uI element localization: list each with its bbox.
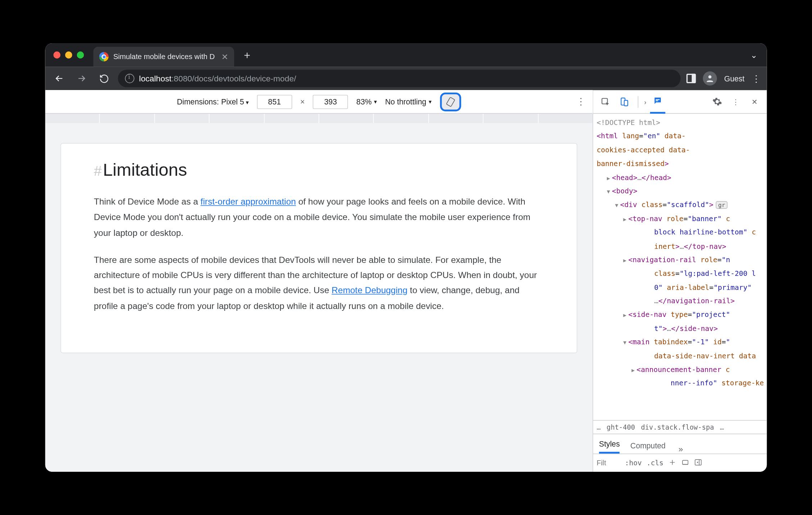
hov-toggle[interactable]: :hov: [625, 459, 642, 467]
reload-button[interactable]: [96, 70, 112, 87]
elements-tree[interactable]: <!DOCTYPE html> <html lang="en" data-coo…: [593, 114, 767, 420]
tabs-overflow-button[interactable]: ⌄: [750, 50, 758, 60]
styles-toolbar: :hov .cls: [593, 454, 767, 472]
toolbar-right: Guest ⋮: [687, 71, 761, 85]
chrome-favicon-icon: [99, 52, 109, 61]
profile-label: Guest: [724, 74, 745, 83]
url-input[interactable]: localhost:8080/docs/devtools/device-mode…: [118, 70, 681, 87]
window-controls: [53, 52, 84, 59]
main-element[interactable]: ▼<main tabindex="-1" id="data-side-nav-i…: [597, 336, 767, 363]
svg-rect-8: [695, 459, 701, 465]
breadcrumb-overflow-right[interactable]: …: [720, 423, 724, 431]
devtools-toolbar: › ⋮ ✕: [593, 90, 767, 113]
scaffold-element[interactable]: ▼<div class="scaffold">gr: [597, 198, 767, 212]
devtools-menu-icon[interactable]: ⋮: [728, 94, 743, 109]
dimensions-x: ×: [300, 97, 304, 106]
styles-filter-input[interactable]: [597, 459, 620, 467]
svg-rect-1: [446, 97, 455, 106]
browser-tab[interactable]: Simulate mobile devices with D ✕: [93, 47, 234, 67]
back-button[interactable]: [51, 70, 68, 87]
paragraph-2: There are some aspects of mobile devices…: [94, 252, 544, 314]
device-toggle-icon[interactable]: [617, 94, 632, 109]
close-tab-button[interactable]: ✕: [221, 52, 229, 61]
device-toolbar: Dimensions: Pixel 5 × 83% No throttling …: [45, 90, 593, 113]
page-heading: #Limitations: [94, 160, 544, 180]
messages-tab-icon[interactable]: [650, 90, 665, 113]
zoom-select[interactable]: 83%: [356, 97, 377, 106]
viewport-column: Dimensions: Pixel 5 × 83% No throttling …: [45, 90, 593, 471]
profile-avatar-icon[interactable]: [703, 71, 717, 85]
browser-menu-button[interactable]: ⋮: [752, 73, 761, 84]
html-element[interactable]: <html lang="en" data-cookies-accepted da…: [597, 130, 767, 171]
height-input[interactable]: [313, 95, 348, 109]
ruler: [45, 114, 593, 123]
panel-overflow-icon[interactable]: ›: [644, 98, 646, 105]
fullscreen-window-button[interactable]: [77, 52, 84, 59]
rotate-button[interactable]: [440, 92, 461, 111]
computed-styles-icon[interactable]: [681, 458, 689, 468]
close-devtools-icon[interactable]: ✕: [747, 94, 762, 109]
paragraph-1: Think of Device Mode as a first-order ap…: [94, 194, 544, 240]
first-order-link[interactable]: first-order approximation: [200, 196, 296, 206]
new-rule-button[interactable]: [668, 458, 676, 468]
device-toolbar-menu[interactable]: ⋮: [576, 96, 586, 107]
svg-rect-5: [655, 99, 659, 100]
site-info-icon[interactable]: [125, 74, 134, 83]
devtools-panel: › ⋮ ✕ <!DOCTYPE html> <html lang="en" da…: [593, 90, 767, 471]
forward-button[interactable]: [73, 70, 90, 87]
svg-rect-6: [655, 100, 658, 101]
page-content: #Limitations Think of Device Mode as a f…: [60, 143, 577, 353]
body-element[interactable]: ▼<body>: [597, 185, 767, 198]
breadcrumb-item[interactable]: ght-400: [606, 423, 635, 431]
throttle-select[interactable]: No throttling: [385, 97, 432, 106]
browser-window: Simulate mobile devices with D ✕ ＋ ⌄ loc…: [45, 43, 767, 472]
svg-point-0: [709, 75, 712, 79]
breadcrumb-bar[interactable]: … ght-400 div.stack.flow-spa …: [593, 420, 767, 434]
minimize-window-button[interactable]: [65, 52, 72, 59]
page-viewport[interactable]: #Limitations Think of Device Mode as a f…: [45, 123, 593, 472]
tab-title: Simulate mobile devices with D: [113, 53, 217, 61]
cls-toggle[interactable]: .cls: [646, 459, 663, 467]
inspect-element-icon[interactable]: [598, 94, 613, 109]
tab-styles[interactable]: Styles: [599, 439, 620, 453]
new-tab-button[interactable]: ＋: [239, 47, 255, 63]
doctype-line: <!DOCTYPE html>: [597, 116, 767, 130]
tab-bar: Simulate mobile devices with D ✕ ＋ ⌄: [45, 43, 767, 67]
svg-rect-4: [624, 100, 628, 106]
navrail-element[interactable]: ▶<navigation-rail role="nclass="lg:pad-l…: [597, 253, 767, 308]
head-element[interactable]: ▶<head>…</head>: [597, 171, 767, 185]
close-window-button[interactable]: [53, 52, 60, 59]
tabs-more-icon[interactable]: »: [678, 444, 683, 453]
sidenav-element[interactable]: ▶<side-nav type="project"t">…</side-nav>: [597, 308, 767, 336]
styles-tabs: Styles Computed »: [593, 434, 767, 454]
dimensions-select[interactable]: Dimensions: Pixel 5: [177, 97, 248, 106]
announce-element[interactable]: ▶<announcement-banner cnner--info" stora…: [597, 363, 767, 390]
breadcrumb-item[interactable]: div.stack.flow-spa: [641, 423, 714, 431]
url-text: localhost:8080/docs/devtools/device-mode…: [139, 74, 296, 83]
side-panel-icon[interactable]: [687, 74, 696, 83]
content-area: Dimensions: Pixel 5 × 83% No throttling …: [45, 90, 767, 471]
address-bar: localhost:8080/docs/devtools/device-mode…: [45, 67, 767, 90]
topnav-element[interactable]: ▶<top-nav role="banner" cblock hairline-…: [597, 212, 767, 253]
width-input[interactable]: [257, 95, 292, 109]
svg-rect-7: [682, 460, 688, 464]
remote-debugging-link[interactable]: Remote Debugging: [331, 285, 407, 295]
toggle-sidebar-icon[interactable]: [694, 458, 702, 468]
settings-icon[interactable]: [709, 94, 725, 109]
breadcrumb-overflow-left[interactable]: …: [597, 423, 601, 431]
tab-computed[interactable]: Computed: [630, 441, 666, 453]
